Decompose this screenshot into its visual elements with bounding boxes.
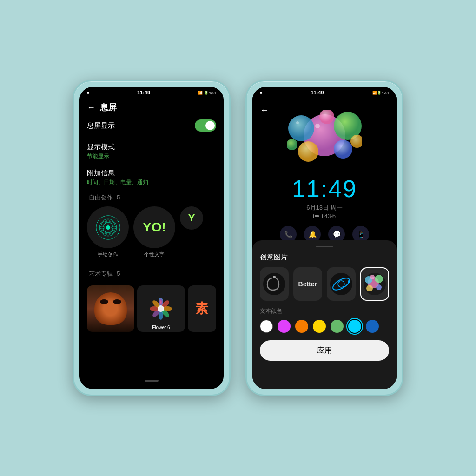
volume-down-button[interactable] [73,172,73,191]
sheet-handle [316,246,333,247]
phone-1: 11:49 📶 🔋43% ← 息屏 息屏显示 显示模式 节能显示 [73,80,231,396]
home-indicator[interactable] [145,380,159,382]
custom-text-thumb: YO! [133,206,175,248]
flower-art-icon [147,295,175,323]
yo-text-icon: YO! [143,220,166,235]
toggle-row: 息屏显示 [79,118,224,137]
extra-item[interactable]: Y [180,206,203,258]
volume-down-button-2[interactable] [245,172,246,191]
svg-point-6 [99,226,105,229]
svg-point-24 [298,141,318,162]
theme-swirl[interactable] [260,267,289,301]
back-button-2[interactable]: ← [260,105,269,115]
flower-label: Flower 6 [137,325,185,330]
battery-icon [313,214,323,218]
power-button-2[interactable] [403,158,403,186]
back-button-1[interactable]: ← [87,103,95,112]
display-mode-section: 显示模式 节能显示 [79,137,224,163]
battery-percent: 43% [324,213,336,219]
mandala-icon [95,215,121,240]
preview-date: 6月13日 周一 [306,204,342,212]
color-green[interactable] [331,320,344,333]
color-blue[interactable] [366,320,379,333]
color-section-label: 文本颜色 [260,307,389,315]
apply-button[interactable]: 应用 [260,340,389,361]
phone-2: 11:49 📶🔋43% ← [245,80,403,396]
sheet-title: 创意图片 [260,253,389,262]
bubbles-widget [287,110,362,170]
preview-time: 11:49 [292,175,357,203]
svg-point-32 [273,276,276,278]
svg-point-40 [375,275,383,283]
screen2-content: 11:49 📶🔋43% ← [252,87,397,389]
screen1-header: ← 息屏 [79,97,224,118]
screen-1: 11:49 📶 🔋43% ← 息屏 息屏显示 显示模式 节能显示 [79,87,224,389]
color-pink[interactable] [278,320,291,333]
custom-text-item[interactable]: YO! 个性文字 [133,206,175,258]
camera-dot [87,92,89,94]
art-album-grid: Flower 6 素 [79,285,224,332]
color-white[interactable] [260,320,273,333]
svg-point-28 [287,139,298,150]
status-icons-1: 📶 🔋43% [198,91,216,95]
svg-point-41 [366,285,373,291]
element-card[interactable]: 素 [188,285,216,332]
theme-bubbles[interactable] [360,267,389,301]
power-button[interactable] [230,158,231,186]
color-cyan[interactable] [348,320,361,333]
status-time-1: 11:49 [137,90,150,95]
svg-point-5 [106,231,109,236]
svg-point-26 [319,110,334,124]
svg-point-30 [296,121,299,124]
svg-point-3 [106,225,110,229]
signal-icon: 📶 [198,91,203,95]
color-orange[interactable] [295,320,308,333]
extra-thumb: Y [180,206,203,230]
orbit-icon [330,272,353,296]
volume-up-button[interactable] [73,146,73,165]
animal-card[interactable] [87,285,134,332]
volume-up-button-2[interactable] [245,146,246,165]
status-icons-2: 📶🔋43% [372,91,389,95]
svg-point-43 [370,275,375,279]
svg-point-29 [315,124,320,128]
preview-battery: 43% [313,213,336,219]
hand-draw-thumb [87,206,129,248]
svg-point-7 [111,226,116,229]
bubbles-svg [287,110,362,170]
hand-draw-item[interactable]: 手绘创作 [87,206,129,258]
status-time-2: 11:49 [311,90,324,95]
toggle-label: 息屏显示 [87,121,115,130]
svg-point-22 [288,115,314,141]
svg-point-33 [330,273,352,295]
lockscreen-preview: ← [252,97,397,255]
screen1-title: 息屏 [100,102,117,113]
camera-dot-2 [260,92,262,94]
flower-card[interactable]: Flower 6 [137,285,185,332]
display-mode-sublabel[interactable]: 节能显示 [87,152,216,160]
screen-2: 11:49 📶🔋43% ← [252,87,397,389]
free-create-title: 自由创作 5 [79,189,224,206]
free-create-grid: 手绘创作 YO! 个性文字 Y [79,206,224,258]
theme-orbit[interactable] [327,267,356,301]
svg-point-42 [376,284,382,290]
status-bar-1: 11:49 📶 🔋43% [79,87,224,97]
theme-better[interactable]: Better [293,267,322,301]
additional-info-section: 附加信息 时间、日期、电量、通知 [79,163,224,189]
svg-point-20 [158,305,164,312]
svg-point-4 [106,219,109,224]
phone-frame-1: 11:49 📶 🔋43% ← 息屏 息屏显示 显示模式 节能显示 [73,80,231,396]
display-mode-label: 显示模式 [87,143,216,152]
color-yellow[interactable] [313,320,326,333]
status-bar-2: 11:49 📶🔋43% [252,87,397,97]
custom-text-label: 个性文字 [144,251,165,258]
svg-point-25 [334,140,352,159]
phone-frame-2: 11:49 📶🔋43% ← [245,80,403,396]
additional-info-label: 附加信息 [87,169,216,178]
color-options-row [260,320,389,333]
additional-info-sublabel[interactable]: 时间、日期、电量、通知 [87,178,216,186]
svg-point-36 [348,280,350,283]
always-on-toggle[interactable] [195,119,216,132]
panda-face-icon [94,292,127,325]
bottom-indicator [79,377,224,384]
